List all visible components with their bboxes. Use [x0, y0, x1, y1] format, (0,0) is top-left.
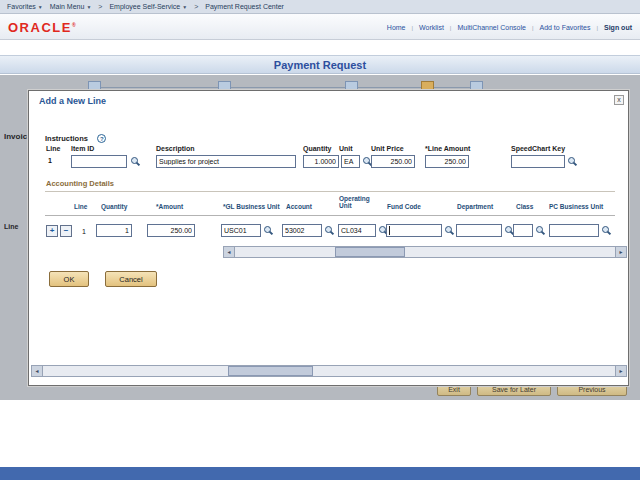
modal-horizontal-scrollbar[interactable]: ◄ ► [31, 365, 627, 377]
invoice-heading-clipped: Invoice [4, 132, 29, 141]
breadcrumb: Favorites ▼ Main Menu ▼ > Employee Self-… [0, 0, 640, 14]
item-id-label: Item ID [71, 145, 94, 152]
link-multichannel-console[interactable]: MultiChannel Console [457, 24, 525, 31]
unit-price-label: Unit Price [371, 145, 404, 152]
item-id-lookup-icon[interactable] [130, 156, 141, 167]
section-divider [45, 191, 615, 192]
scrollbar-thumb[interactable] [335, 247, 405, 257]
top-header-bar: ORACLE® Home | Worklist | MultiChannel C… [0, 14, 640, 40]
line-label: Line [46, 145, 60, 152]
gl-business-unit-lookup-icon[interactable] [263, 225, 274, 236]
line-amount-label: *Line Amount [425, 145, 470, 152]
scrollbar-track[interactable] [235, 247, 615, 257]
add-row-button[interactable]: + [46, 225, 58, 237]
link-home[interactable]: Home [387, 24, 406, 31]
breadcrumb-favorites[interactable]: Favorites ▼ [7, 3, 43, 10]
row-quantity-input[interactable] [96, 224, 132, 237]
unit-price-input[interactable] [371, 155, 415, 168]
row-amount-input[interactable] [147, 224, 195, 237]
row-line-number: 1 [76, 228, 86, 235]
grid-header-divider [45, 215, 615, 216]
fund-code-lookup-icon[interactable] [444, 225, 455, 236]
row-account-input[interactable] [282, 224, 322, 237]
description-input[interactable] [156, 155, 296, 168]
breadcrumb-employee-self-service-label: Employee Self-Service [109, 3, 180, 10]
line-amount-input[interactable] [425, 155, 469, 168]
instructions-label: Instructions [45, 134, 88, 143]
col-class: Class [516, 203, 533, 210]
link-separator: | [412, 25, 414, 31]
col-quantity: Quantity [101, 203, 127, 210]
scrollbar-track[interactable] [43, 366, 615, 376]
ok-button[interactable]: OK [49, 271, 89, 287]
add-new-line-modal: Add a New Line x Instructions ? Line Ite… [28, 90, 629, 386]
col-account: Account [286, 203, 312, 210]
col-gl-business-unit: *GL Business Unit [223, 203, 280, 210]
pc-business-unit-lookup-icon[interactable] [601, 225, 612, 236]
chevron-down-icon: ▼ [38, 4, 43, 10]
row-class-input[interactable] [513, 224, 533, 237]
breadcrumb-separator: > [98, 3, 102, 10]
scroll-right-arrow[interactable]: ► [615, 366, 626, 376]
speedchart-lookup-icon[interactable] [567, 156, 578, 167]
link-sign-out[interactable]: Sign out [604, 24, 632, 31]
link-worklist[interactable]: Worklist [419, 24, 444, 31]
unit-input[interactable] [341, 155, 360, 168]
scroll-right-arrow[interactable]: ► [615, 247, 626, 257]
link-separator: | [532, 25, 534, 31]
account-lookup-icon[interactable] [324, 225, 335, 236]
speedchart-key-input[interactable] [511, 155, 565, 168]
top-links: Home | Worklist | MultiChannel Console |… [387, 24, 632, 31]
row-pc-business-unit-input[interactable] [549, 224, 599, 237]
link-separator: | [450, 25, 452, 31]
grid-horizontal-scrollbar[interactable]: ◄ ► [223, 246, 627, 258]
registered-mark: ® [72, 22, 77, 28]
col-amount: *Amount [156, 203, 183, 210]
quantity-label: Quantity [303, 145, 331, 152]
breadcrumb-main-menu-label: Main Menu [50, 3, 85, 10]
accounting-details-title: Accounting Details [46, 179, 114, 188]
row-fund-code-input[interactable] [386, 224, 442, 237]
row-operating-unit-input[interactable] [338, 224, 376, 237]
screen: Favorites ▼ Main Menu ▼ > Employee Self-… [0, 0, 640, 480]
col-operating-unit: Operating Unit [339, 195, 375, 210]
delete-row-button[interactable]: − [60, 225, 72, 237]
oracle-logo[interactable]: ORACLE® [8, 20, 77, 35]
breadcrumb-favorites-label: Favorites [7, 3, 36, 10]
row-department-input[interactable] [456, 224, 502, 237]
breadcrumb-payment-request-center-label: Payment Request Center [205, 3, 284, 10]
footer-bar [0, 467, 640, 480]
page-title: Payment Request [274, 59, 366, 71]
scroll-left-arrow[interactable]: ◄ [32, 366, 43, 376]
scrollbar-thumb[interactable] [228, 366, 313, 376]
scroll-left-arrow[interactable]: ◄ [224, 247, 235, 257]
breadcrumb-employee-self-service[interactable]: Employee Self-Service ▼ [109, 3, 187, 10]
col-line: Line [74, 203, 87, 210]
row-gl-business-unit-input[interactable] [221, 224, 261, 237]
col-pc-business-unit: PC Business Unit [549, 203, 603, 210]
line-heading-clipped: Line [4, 223, 20, 230]
col-fund-code: Fund Code [387, 203, 421, 210]
description-label: Description [156, 145, 195, 152]
link-separator: | [596, 25, 598, 31]
link-add-to-favorites[interactable]: Add to Favorites [539, 24, 590, 31]
class-lookup-icon[interactable] [535, 225, 546, 236]
quantity-input[interactable] [303, 155, 339, 168]
help-icon[interactable]: ? [97, 134, 106, 143]
chevron-down-icon: ▼ [182, 4, 187, 10]
page-title-banner: Payment Request [0, 55, 640, 74]
modal-title: Add a New Line [39, 96, 106, 106]
breadcrumb-main-menu[interactable]: Main Menu ▼ [50, 3, 92, 10]
close-icon[interactable]: x [614, 95, 624, 105]
breadcrumb-separator: > [194, 3, 198, 10]
line-number-value: 1 [48, 157, 52, 164]
item-id-input[interactable] [71, 155, 127, 168]
instructions-row: Instructions ? [45, 127, 106, 145]
chevron-down-icon: ▼ [86, 4, 91, 10]
speedchart-key-label: SpeedChart Key [511, 145, 565, 152]
unit-label: Unit [339, 145, 353, 152]
text-cursor [389, 226, 390, 235]
wizard-progress-line [95, 87, 476, 88]
cancel-button[interactable]: Cancel [105, 271, 157, 287]
breadcrumb-payment-request-center[interactable]: Payment Request Center [205, 3, 284, 10]
